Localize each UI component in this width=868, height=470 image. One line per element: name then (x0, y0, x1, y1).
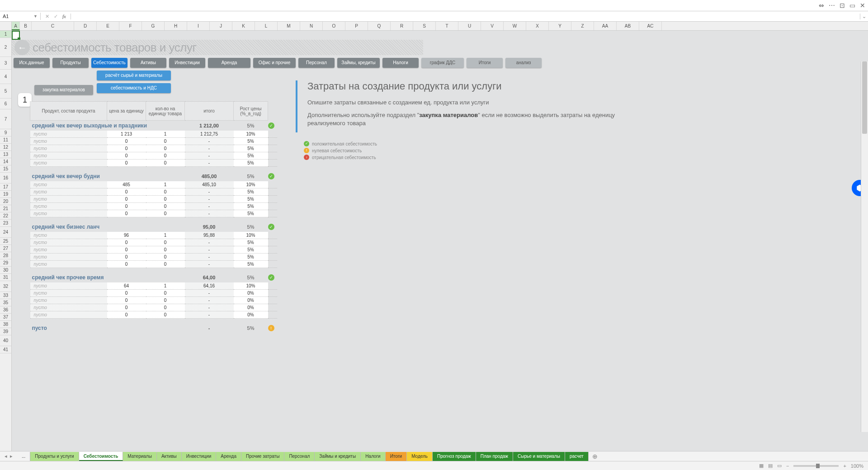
qty-cell[interactable]: 0 (146, 152, 185, 160)
row-header[interactable]: 27 (0, 245, 11, 252)
table-row[interactable]: пусто00-5% (30, 254, 277, 261)
growth-cell[interactable]: 5% (234, 152, 268, 160)
qty-cell[interactable]: 1 (146, 181, 185, 188)
sheet-tab[interactable]: План продаж (476, 452, 513, 461)
column-header[interactable]: D (74, 22, 97, 30)
row-header[interactable]: 24 (0, 227, 11, 238)
price-cell[interactable]: 0 (107, 254, 146, 261)
column-header[interactable]: AB (617, 22, 639, 30)
column-header[interactable]: J (210, 22, 232, 30)
row-label[interactable]: пусто (30, 297, 107, 304)
column-header[interactable]: P (345, 22, 368, 30)
view-normal-icon[interactable]: ▦ (759, 463, 764, 469)
sheet-nav-arrows[interactable]: ◂▸ (0, 453, 17, 459)
row-label[interactable]: пусто (30, 145, 107, 152)
growth-cell[interactable]: 5% (234, 261, 268, 268)
row-header[interactable]: 30 (0, 267, 11, 274)
table-row[interactable]: пусто00-5% (30, 145, 277, 152)
growth-cell[interactable]: 5% (234, 203, 268, 210)
expand-formula-icon[interactable]: ⌄ (860, 14, 868, 19)
row-header[interactable]: 28 (0, 252, 11, 259)
price-cell[interactable]: 96 (107, 232, 146, 239)
growth-cell[interactable]: 10% (234, 131, 268, 138)
table-row[interactable]: пусто00-5% (30, 196, 277, 203)
row-header[interactable]: 2 (0, 38, 11, 57)
row-header[interactable]: 17 (0, 183, 11, 191)
price-cell[interactable]: 0 (107, 239, 146, 246)
qty-cell[interactable]: 0 (146, 239, 185, 246)
nav-button[interactable]: Итоги (467, 58, 503, 68)
purchase-materials-button[interactable]: закупка материалов (34, 85, 93, 95)
row-header[interactable]: 25 (0, 238, 11, 245)
row-header[interactable]: 37 (0, 314, 11, 321)
row-header[interactable]: 39 (0, 328, 11, 335)
row-label[interactable]: пусто (30, 196, 107, 203)
table-row[interactable]: пусто96195,8810% (30, 232, 277, 239)
chevron-down-icon[interactable]: ▼ (33, 14, 38, 19)
row-label[interactable]: пусто (30, 239, 107, 246)
sheet-tab[interactable]: Налоги (361, 452, 386, 461)
column-header[interactable]: V (481, 22, 504, 30)
column-header[interactable]: G (142, 22, 165, 30)
column-header[interactable]: K (232, 22, 255, 30)
row-header[interactable]: 19 (0, 191, 11, 198)
price-cell[interactable]: 0 (107, 290, 146, 297)
table-row[interactable]: пусто1 21311 212,7510% (30, 131, 277, 138)
table-row[interactable]: пусто00-5% (30, 152, 277, 160)
growth-cell[interactable]: 5% (234, 239, 268, 246)
column-header[interactable]: L (255, 22, 278, 30)
cancel-icon[interactable]: ✕ (45, 14, 49, 19)
table-row[interactable]: пусто00-0% (30, 297, 277, 304)
qty-cell[interactable]: 0 (146, 254, 185, 261)
column-header[interactable]: W (504, 22, 526, 30)
qty-cell[interactable]: 1 (146, 232, 185, 239)
column-header[interactable]: M (278, 22, 300, 30)
nav-button[interactable]: график ДДС (421, 58, 464, 68)
sheet-tab[interactable]: Итоги (386, 452, 407, 461)
qty-cell[interactable]: 0 (146, 160, 185, 167)
row-header[interactable]: 38 (0, 321, 11, 328)
row-header[interactable]: 6 (0, 99, 11, 109)
vertical-scrollbar[interactable] (861, 61, 868, 432)
column-header[interactable]: N (300, 22, 323, 30)
zoom-in-button[interactable]: + (843, 463, 846, 469)
row-header[interactable]: 35 (0, 299, 11, 306)
price-cell[interactable]: 485 (107, 181, 146, 188)
sheet-tab[interactable]: Персонал (284, 452, 315, 461)
row-header[interactable]: 7 (0, 109, 11, 129)
minimize-icon[interactable]: ⊡ (840, 2, 845, 9)
qty-cell[interactable]: 0 (146, 210, 185, 217)
sheet-tab[interactable]: Модель (407, 452, 433, 461)
row-header[interactable]: 16 (0, 173, 11, 183)
nav-button[interactable]: Офис и прочие (253, 58, 296, 68)
column-header[interactable]: Y (549, 22, 571, 30)
table-row[interactable]: пусто64164,1610% (30, 282, 277, 290)
growth-cell[interactable]: 5% (234, 210, 268, 217)
row-label[interactable]: пусто (30, 160, 107, 167)
column-header[interactable]: Q (368, 22, 391, 30)
table-row[interactable]: пусто4851485,1010% (30, 181, 277, 188)
sheet-tab[interactable]: Прогноз продаж (433, 452, 476, 461)
column-header[interactable]: H (165, 22, 187, 30)
price-cell[interactable]: 0 (107, 297, 146, 304)
table-row[interactable]: пусто00-5% (30, 138, 277, 145)
table-row[interactable]: пусто00-0% (30, 290, 277, 297)
qty-cell[interactable]: 0 (146, 203, 185, 210)
view-break-icon[interactable]: ▭ (777, 463, 782, 469)
sub-nav-button[interactable]: себестоимость и НДС (97, 83, 171, 93)
row-header[interactable]: 20 (0, 198, 11, 205)
column-header[interactable]: I (187, 22, 210, 30)
nav-button[interactable]: анализ (505, 58, 542, 68)
qty-cell[interactable]: 0 (146, 290, 185, 297)
sheet-tab[interactable]: расчет (565, 452, 589, 461)
growth-cell[interactable]: 5% (234, 145, 268, 152)
price-cell[interactable]: 0 (107, 145, 146, 152)
qty-cell[interactable]: 1 (146, 282, 185, 290)
row-header[interactable]: 11 (0, 136, 11, 144)
options-icon[interactable]: ⋯ (829, 2, 835, 9)
price-cell[interactable]: 0 (107, 138, 146, 145)
row-header[interactable]: 29 (0, 259, 11, 267)
growth-cell[interactable]: 5% (234, 160, 268, 167)
formula-input[interactable] (71, 15, 860, 17)
price-cell[interactable]: 0 (107, 304, 146, 311)
